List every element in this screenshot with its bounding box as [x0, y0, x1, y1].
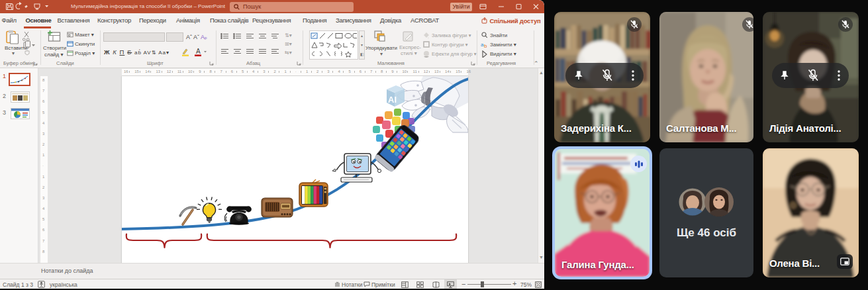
svg-text:b: b [484, 43, 487, 48]
svg-text:AI: AI [388, 95, 397, 105]
svg-text:A: A [196, 48, 201, 55]
